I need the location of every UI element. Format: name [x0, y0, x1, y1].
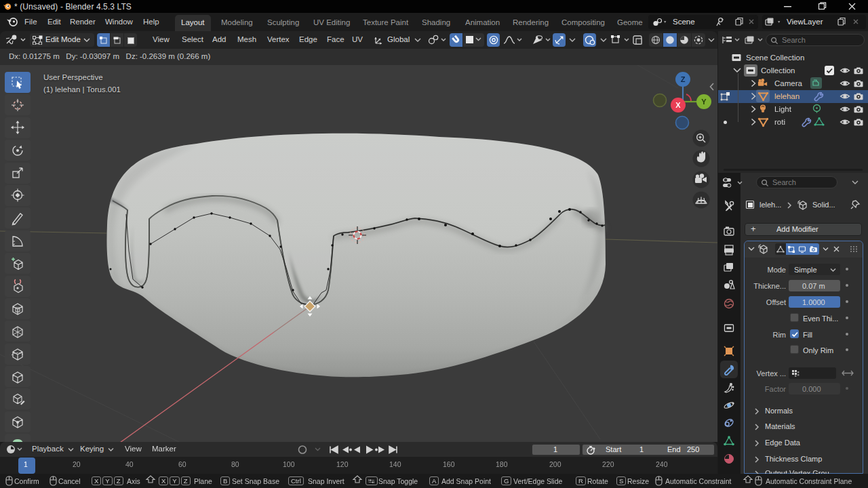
svg-text:Z: Z — [681, 75, 686, 83]
svg-text:Y: Y — [701, 98, 707, 106]
svg-text:X: X — [675, 101, 681, 109]
